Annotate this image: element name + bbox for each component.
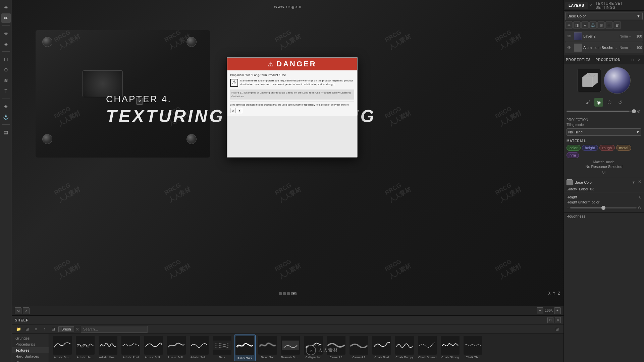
projection-slider-end-btn[interactable]: ⊙ (636, 109, 641, 114)
base-color-swatch[interactable] (567, 179, 573, 185)
tiling-mode-value: No Tiling (568, 130, 583, 134)
brush-artistic-soft1[interactable]: Artistic Soft... (143, 335, 164, 361)
proj-icon-rotate[interactable]: ↺ (616, 98, 625, 107)
danger-triangle-icon: ⚠ (268, 60, 274, 68)
brush-artistic-bru[interactable]: Artistic Bru... (52, 335, 73, 361)
tab-texture-set[interactable]: TEXTURE SET SETTINGS (593, 0, 643, 11)
brush-bark[interactable]: Bark (211, 335, 233, 361)
nav-btn-prev[interactable]: ◁ (15, 307, 21, 314)
brush-basmati-bru[interactable]: Basmati Bru... (280, 335, 301, 361)
properties-close-btn[interactable]: ✕ (636, 57, 642, 63)
shelf-cat-textures[interactable]: Textures (12, 347, 49, 353)
layer-name-1: Layer 2 (583, 34, 618, 38)
shelf-list-icon[interactable]: ≡ (32, 325, 40, 333)
tab-layers-close-icon[interactable]: ✕ (589, 3, 592, 8)
brush-filter-tab[interactable]: Brush (58, 326, 74, 332)
brush-tab-close-icon[interactable]: ✕ (75, 326, 79, 332)
toolbar-icon-clone[interactable]: ⊙ (1, 65, 11, 74)
nav-btn-zoom-in[interactable]: + (554, 307, 561, 314)
shelf-grid-icon[interactable]: ⊞ (23, 325, 31, 333)
brush-cement2[interactable]: Cement 2 (348, 335, 370, 361)
layer-visibility-1[interactable]: 👁 (566, 33, 573, 40)
layer-visibility-2[interactable]: 👁 (566, 44, 573, 51)
brush-chalk-thin[interactable]: Chalk Thin (462, 335, 484, 361)
mat-tag-color[interactable]: color (567, 145, 581, 151)
shelf-filter-icon[interactable]: ⊟ (50, 325, 57, 333)
proj-icon-cube[interactable]: ⬡ (605, 98, 614, 107)
toolbar-icon-eraser[interactable]: ◻ (1, 54, 11, 64)
shelf-header: SHELF □ ✕ (12, 316, 564, 324)
toolbar-icon-anchor[interactable]: ⚓ (1, 112, 11, 122)
height-slider-left-icon[interactable]: − (567, 205, 569, 210)
layer-tool-link[interactable]: ∞ (605, 21, 613, 29)
shelf-content: Grunges Procedurals Textures Hard Surfac… (12, 334, 564, 362)
proj-icon-sphere[interactable]: ◉ (594, 98, 603, 107)
play-range[interactable]: ▶ (291, 292, 297, 295)
height-slider-right-icon[interactable]: ⊙ (638, 205, 641, 210)
layer-dropdown[interactable]: Base Color ▼ (565, 12, 643, 20)
mat-tag-nrm[interactable]: nrm (567, 152, 579, 158)
mat-tag-rough[interactable]: rough (599, 145, 615, 151)
toolbar-icon-smudge[interactable]: ≋ (1, 76, 11, 85)
toolbar-icon-layers[interactable]: ▤ (1, 127, 11, 137)
brush-chalk-spread[interactable]: Chalk Spread (417, 335, 438, 361)
shelf-folder-icon[interactable]: 📁 (15, 325, 22, 333)
shelf-import-icon[interactable]: ↑ (41, 325, 48, 333)
toolbar-icon-move[interactable]: ⊕ (1, 3, 11, 12)
viewport[interactable]: www.rrcg.cn RRCG人人素材 RRCG人人素材 RRCG人人素材 R… (12, 0, 564, 306)
shelf-cat-grunges[interactable]: Grunges (12, 335, 49, 341)
brush-chalk-bold[interactable]: Chalk Bold (371, 335, 392, 361)
properties-expand-btn[interactable]: □ (629, 57, 635, 63)
brush-artistic-hai[interactable]: Artistic Hai... (74, 335, 96, 361)
brush-stroke-svg-7 (191, 341, 208, 350)
mat-tag-height[interactable]: height (582, 145, 598, 151)
brush-label-artistic-hai: Artistic Hai... (77, 356, 94, 359)
layer-tool-anchor[interactable]: ⚓ (589, 21, 597, 29)
danger-icons-row: ⊕ ● (230, 108, 354, 113)
projection-slider-thumb[interactable] (632, 109, 636, 113)
layer-tool-fx[interactable]: ★ (581, 21, 589, 29)
nav-btn-zoom-out[interactable]: − (537, 307, 543, 314)
shelf-close-btn[interactable]: ✕ (555, 317, 561, 323)
layer-dropdown-arrow: ▼ (637, 14, 640, 18)
shelf-cat-hard-surfaces[interactable]: Hard Surfaces (12, 353, 49, 359)
tab-layers[interactable]: LAYERS (565, 2, 588, 9)
brush-thumb-artistic-soft2 (167, 336, 186, 355)
shelf-maximize-btn[interactable]: □ (547, 317, 553, 323)
layer-tool-delete[interactable]: 🗑 (613, 21, 621, 29)
gizmo-options-btn[interactable]: ··· (144, 97, 148, 103)
base-color-expand-btn[interactable]: ▼ (631, 179, 637, 185)
height-slider-track[interactable] (570, 207, 637, 208)
height-slider-thumb[interactable] (601, 206, 605, 210)
shelf-search-input[interactable] (81, 326, 148, 333)
brush-chalk-strong[interactable]: Chalk Strong (439, 335, 461, 361)
shelf-cat-skin[interactable]: Skin (12, 359, 49, 362)
overlay-close-btn[interactable]: ✕ (136, 98, 143, 105)
nav-btn-next[interactable]: ▷ (23, 307, 30, 314)
layer-tool-mask[interactable]: ◨ (573, 21, 581, 29)
proj-icon-paint[interactable]: 🖌 (584, 98, 592, 107)
brush-basic-soft[interactable]: Basic Soft (257, 335, 278, 361)
projection-slider-track[interactable] (567, 111, 636, 112)
layer-row-1[interactable]: 👁 Layer 2 Norm – 100 (565, 31, 643, 42)
mat-tag-metal[interactable]: metal (616, 145, 631, 151)
brush-artistic-soft2[interactable]: Artistic Soft... (166, 335, 187, 361)
layer-row-2[interactable]: 👁 Aluminium Brushed Worn Norm – 100 (565, 42, 643, 53)
toolbar-icon-fill[interactable]: ◈ (1, 39, 11, 49)
brush-artistic-soft3[interactable]: Artistic Soft... (189, 335, 210, 361)
shelf-cat-procedurals[interactable]: Procedurals (12, 341, 49, 347)
toolbar-icon-text[interactable]: T (1, 86, 11, 96)
shelf-grid-size-icon[interactable]: ⊞ (553, 325, 561, 333)
base-color-close-btn[interactable]: ✕ (638, 179, 641, 185)
brand-name: 人人素材 (318, 347, 338, 353)
toolbar-icon-material[interactable]: ◈ (1, 102, 11, 111)
layer-tool-copy[interactable]: ⊞ (597, 21, 605, 29)
toolbar-icon-paint[interactable]: ✏ (1, 13, 11, 23)
tiling-mode-select[interactable]: No Tiling ▼ (567, 128, 641, 136)
brush-chalk-bumpy[interactable]: Chalk Bumpy (394, 335, 415, 361)
toolbar-icon-select[interactable]: ⊖ (1, 28, 11, 38)
brush-artistic-hea[interactable]: Artistic Hea... (97, 335, 119, 361)
brush-basic-hard[interactable]: Basic Hard (234, 335, 256, 361)
layer-tool-pencil[interactable]: ✏ (565, 21, 573, 29)
brush-artistic-print[interactable]: Artistic Print (120, 335, 142, 361)
